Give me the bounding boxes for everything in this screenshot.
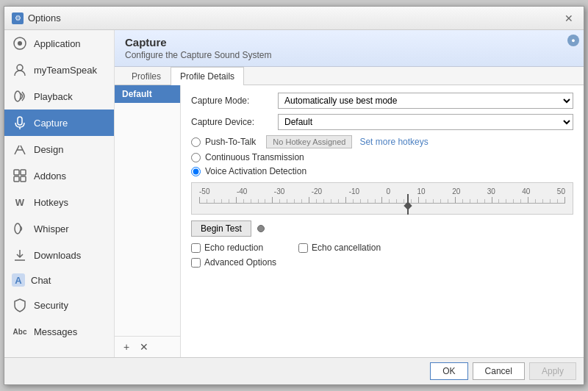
add-profile-button[interactable]: + xyxy=(119,340,134,354)
sidebar-item-capture[interactable]: Capture xyxy=(4,110,114,136)
sidebar-label-whisper: Whisper xyxy=(34,223,69,234)
sidebar-item-application[interactable]: Application xyxy=(4,30,114,57)
push-to-talk-row: Push-To-Talk No Hotkey Assigned Set more… xyxy=(191,135,573,148)
voice-activation-row: Voice Activation Detection xyxy=(191,166,573,176)
svg-rect-11 xyxy=(14,176,19,182)
security-icon xyxy=(12,297,28,313)
sidebar-label-addons: Addons xyxy=(34,171,66,182)
sidebar-item-hotkeys[interactable]: W Hotkeys xyxy=(4,189,114,215)
chat-icon: A xyxy=(12,273,25,287)
close-button[interactable]: ✕ xyxy=(562,11,576,26)
downloads-icon xyxy=(12,247,28,263)
sidebar-label-capture: Capture xyxy=(34,118,68,129)
svg-point-13 xyxy=(15,223,21,234)
sidebar-item-addons[interactable]: Addons xyxy=(4,162,114,189)
voice-activation-radio[interactable] xyxy=(191,167,201,176)
myteamspeak-icon xyxy=(12,62,28,78)
cancel-button[interactable]: Cancel xyxy=(473,362,525,380)
tab-profiles[interactable]: Profiles xyxy=(122,67,171,85)
panel-body: Default + ✕ Capture Mode: Automatically … xyxy=(115,85,584,357)
begin-test-row: Begin Test xyxy=(191,220,573,237)
slider-handle[interactable] xyxy=(405,194,411,215)
window-title: Options xyxy=(28,12,61,24)
settings-area: Capture Mode: Automatically use best mod… xyxy=(181,85,584,357)
begin-test-button[interactable]: Begin Test xyxy=(191,220,251,237)
panel-subtitle: Configure the Capture Sound System xyxy=(125,50,271,60)
panel-header: Capture Configure the Capture Sound Syst… xyxy=(115,30,584,67)
right-checkboxes: Echo cancellation xyxy=(298,243,381,268)
ok-button[interactable]: OK xyxy=(430,362,467,380)
sidebar-label-chat: Chat xyxy=(31,275,51,286)
design-icon xyxy=(12,141,28,157)
sidebar-label-security: Security xyxy=(34,300,68,311)
echo-reduction-checkbox[interactable] xyxy=(191,243,201,253)
voice-activation-slider-container: -50 -40 -30 -20 -10 0 10 20 30 40 50 xyxy=(191,182,573,215)
remove-profile-button[interactable]: ✕ xyxy=(137,340,151,354)
profile-item-default[interactable]: Default xyxy=(115,85,180,103)
advanced-options-row: Advanced Options xyxy=(191,257,276,268)
echo-cancellation-row: Echo cancellation xyxy=(298,243,381,253)
capture-mode-row: Capture Mode: Automatically use best mod… xyxy=(191,93,573,109)
echo-reduction-label: Echo reduction xyxy=(204,243,263,253)
echo-cancellation-checkbox[interactable] xyxy=(298,243,308,253)
sidebar: Application myTeamSpeak Playback xyxy=(4,30,115,357)
panel-corner-icon: ● xyxy=(567,35,579,46)
svg-point-1 xyxy=(18,41,22,46)
set-hotkeys-link[interactable]: Set more hotkeys xyxy=(359,137,428,147)
push-to-talk-radio[interactable] xyxy=(191,137,201,147)
panel-title: Capture xyxy=(125,36,167,49)
main-content: Application myTeamSpeak Playback xyxy=(4,30,584,357)
addons-icon xyxy=(12,168,28,184)
left-checkboxes: Echo reduction Advanced Options xyxy=(191,243,276,268)
capture-mode-label: Capture Mode: xyxy=(191,96,272,106)
test-indicator xyxy=(257,225,265,232)
whisper-icon xyxy=(12,220,28,237)
slider-bar[interactable] xyxy=(199,197,565,209)
svg-rect-9 xyxy=(14,170,19,175)
continuous-label: Continuous Transmission xyxy=(205,152,304,162)
continuous-row: Continuous Transmission xyxy=(191,152,573,162)
hotkey-assign-button[interactable]: No Hotkey Assigned xyxy=(266,135,352,148)
sidebar-item-whisper[interactable]: Whisper xyxy=(4,215,114,242)
sidebar-label-playback: Playback xyxy=(34,91,73,102)
sidebar-label-design: Design xyxy=(34,144,63,155)
svg-point-2 xyxy=(17,65,23,71)
sidebar-item-design[interactable]: Design xyxy=(4,136,114,162)
sidebar-item-messages[interactable]: Abc Messages xyxy=(4,318,114,345)
capture-device-row: Capture Device: Default xyxy=(191,114,573,130)
slider-labels: -50 -40 -30 -20 -10 0 10 20 30 40 50 xyxy=(199,187,565,196)
capture-device-label: Capture Device: xyxy=(191,117,272,127)
apply-button[interactable]: Apply xyxy=(529,362,576,380)
sidebar-item-chat[interactable]: A Chat xyxy=(4,268,114,292)
profile-panel: Default + ✕ xyxy=(115,85,181,357)
app-icon: ⚙ xyxy=(12,12,24,24)
options-window: ⚙ Options ✕ Application myTeamSpeak xyxy=(4,6,584,385)
sidebar-label-myteamspeak: myTeamSpeak xyxy=(34,65,97,76)
bottom-bar: OK Cancel Apply xyxy=(4,357,584,384)
application-icon xyxy=(12,35,28,51)
capture-mode-select[interactable]: Automatically use best mode xyxy=(278,93,573,109)
voice-activation-label: Voice Activation Detection xyxy=(205,166,306,176)
tab-profile-details[interactable]: Profile Details xyxy=(171,67,244,85)
transmission-mode-group: Push-To-Talk No Hotkey Assigned Set more… xyxy=(191,135,573,176)
advanced-options-checkbox[interactable] xyxy=(191,258,201,268)
tabs-row: Profiles Profile Details xyxy=(115,67,584,85)
sidebar-label-hotkeys: Hotkeys xyxy=(34,197,68,208)
profile-footer: + ✕ xyxy=(115,336,180,357)
sidebar-item-downloads[interactable]: Downloads xyxy=(4,242,114,268)
sidebar-item-myteamspeak[interactable]: myTeamSpeak xyxy=(4,57,114,83)
continuous-radio[interactable] xyxy=(191,153,201,162)
playback-icon xyxy=(12,88,28,104)
capture-device-select[interactable]: Default xyxy=(278,114,573,130)
hotkeys-icon: W xyxy=(12,194,28,210)
main-panel: Capture Configure the Capture Sound Syst… xyxy=(115,30,584,357)
sidebar-item-security[interactable]: Security xyxy=(4,292,114,318)
echo-cancellation-label: Echo cancellation xyxy=(312,243,381,253)
sidebar-item-playback[interactable]: Playback xyxy=(4,83,114,110)
sidebar-label-downloads: Downloads xyxy=(34,250,81,261)
checkbox-area: Echo reduction Advanced Options Echo can… xyxy=(191,243,573,268)
messages-icon: Abc xyxy=(12,323,28,340)
slider-track[interactable]: -50 -40 -30 -20 -10 0 10 20 30 40 50 xyxy=(199,187,565,209)
sidebar-label-application: Application xyxy=(34,38,81,49)
echo-reduction-row: Echo reduction xyxy=(191,243,276,253)
